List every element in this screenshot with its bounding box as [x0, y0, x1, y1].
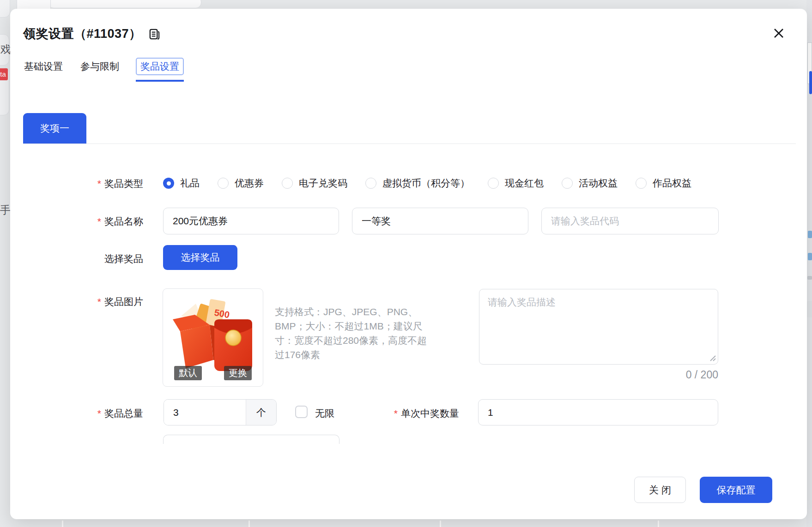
radio-circle-icon	[365, 178, 376, 189]
prize-type-radio-group: 礼品 优惠券 电子兑奖码 虚拟货币（积分等） 现金红包 活动权益	[163, 177, 691, 190]
select-prize-button[interactable]: 选择奖品	[163, 245, 237, 270]
bg-fragment-chip	[807, 276, 812, 280]
radio-circle-icon	[488, 178, 499, 189]
unlimited-label: 无限	[315, 407, 334, 420]
bg-beta-badge: eta	[0, 68, 8, 80]
bg-table-divider	[440, 521, 441, 527]
radio-ecode[interactable]: 电子兑奖码	[282, 177, 347, 190]
prize-image-preview[interactable]: 500 默认 更换	[163, 288, 263, 387]
prize-name-input[interactable]	[163, 208, 339, 234]
prize-level-input[interactable]	[352, 208, 528, 234]
textarea-resize-handle[interactable]	[709, 354, 716, 361]
description-char-counter: 0 / 200	[479, 369, 718, 381]
bg-fragment-chip	[808, 231, 812, 238]
radio-work-benefit[interactable]: 作品权益	[636, 177, 691, 190]
save-config-button[interactable]: 保存配置	[700, 477, 772, 503]
clipped-next-input[interactable]	[163, 435, 339, 444]
prize-image-label: 奖品图片	[10, 295, 143, 308]
dialog-tabs: 基础设置 参与限制 奖品设置	[23, 58, 184, 75]
radio-activity-benefit[interactable]: 活动权益	[562, 177, 618, 190]
radio-circle-icon	[562, 178, 573, 189]
prize-item-tabbar: 奖项一	[23, 113, 796, 144]
dialog-title-text: 领奖设置（#11037）	[23, 25, 142, 42]
close-button[interactable]: 关 闭	[634, 477, 686, 503]
copy-document-icon[interactable]	[148, 28, 161, 41]
bg-table-divider	[62, 521, 63, 527]
single-win-label: 单次中奖数量	[361, 407, 459, 420]
tab-basic-settings[interactable]: 基础设置	[23, 58, 64, 75]
radio-cash-redpacket[interactable]: 现金红包	[488, 177, 544, 190]
radio-circle-icon	[282, 178, 293, 189]
dialog-body: 奖项一 奖品类型 礼品 优惠券 电子兑奖码 虚拟货币（积分等）	[10, 85, 807, 444]
unlimited-checkbox[interactable]	[295, 406, 308, 418]
bg-fragment-panel	[807, 301, 812, 317]
bg-table-divider	[658, 521, 659, 527]
single-win-input[interactable]	[478, 399, 718, 425]
prize-total-input-group: 个	[164, 399, 277, 425]
radio-gift[interactable]: 礼品	[163, 177, 200, 190]
close-icon[interactable]	[771, 25, 787, 41]
prize-total-input[interactable]	[164, 400, 246, 425]
bg-sidebar-text: 手	[0, 203, 11, 217]
image-change-button[interactable]: 更换	[224, 366, 252, 380]
dialog-title: 领奖设置（#11037）	[23, 25, 161, 42]
radio-circle-icon	[218, 178, 229, 189]
radio-circle-icon	[636, 178, 647, 189]
dialog-footer: 关 闭 保存配置	[10, 477, 807, 503]
select-prize-label: 选择奖品	[10, 252, 143, 265]
bg-scrollbar[interactable]	[809, 71, 812, 94]
prize-item-tab-1[interactable]: 奖项一	[23, 113, 86, 144]
prize-type-label: 奖品类型	[10, 177, 143, 190]
image-default-badge: 默认	[174, 366, 202, 380]
image-format-hint: 支持格式：JPG、JPEG、PNG、BMP；大小：不超过1MB；建议尺寸：宽度不…	[275, 305, 432, 362]
radio-virtual-currency[interactable]: 虚拟货币（积分等）	[365, 177, 470, 190]
radio-coupon[interactable]: 优惠券	[218, 177, 264, 190]
prize-name-label: 奖品名称	[10, 215, 143, 228]
bg-table-divider	[248, 521, 250, 527]
bg-fragment-box	[0, 0, 10, 18]
radio-circle-icon	[163, 178, 174, 189]
prize-settings-dialog: 领奖设置（#11037） 基础设置 参与限制 奖品设置 奖项一 奖品类型 礼品	[10, 9, 807, 519]
prize-total-unit: 个	[246, 400, 276, 425]
tab-participation-limits[interactable]: 参与限制	[79, 58, 120, 75]
bg-fragment-chip	[808, 253, 812, 260]
tab-prize-settings[interactable]: 奖品设置	[136, 58, 184, 75]
bg-fragment-toolbar	[48, 0, 201, 8]
prize-total-label: 奖品总量	[10, 407, 143, 420]
prize-code-input[interactable]	[541, 208, 719, 234]
prize-description-textarea[interactable]	[479, 289, 718, 365]
gift-redpacket-illustration: 500	[167, 295, 260, 376]
bg-sidebar-text: 戏	[0, 42, 11, 57]
